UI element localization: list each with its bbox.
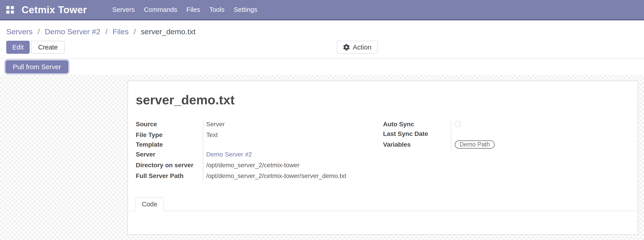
- field-label: Auto Sync: [383, 119, 451, 130]
- form-view-background: server_demo.txt Source Server File Type …: [0, 75, 644, 240]
- notebook-tabbar: Code: [128, 197, 638, 211]
- pull-from-server-button[interactable]: Pull from Server: [6, 60, 68, 73]
- menu-item-commands[interactable]: Commands: [144, 6, 177, 13]
- breadcrumb-link-files[interactable]: Files: [112, 27, 128, 36]
- field-group-left: Source Server File Type Text Template Se…: [136, 119, 383, 181]
- apps-grid-square: [11, 10, 14, 14]
- field-label: Directory on server: [136, 160, 203, 171]
- breadcrumb-link-servers[interactable]: Servers: [6, 27, 32, 36]
- field-label: Template: [136, 140, 203, 149]
- field-row-source: Source Server: [136, 119, 383, 130]
- field-row-last-sync-date: Last Sync Date: [383, 130, 629, 138]
- apps-grid-square: [6, 10, 10, 14]
- menu-item-settings[interactable]: Settings: [234, 6, 257, 13]
- tab-content-code: [136, 211, 629, 235]
- main-menu: Servers Commands Files Tools Settings: [112, 6, 257, 13]
- field-label: Last Sync Date: [383, 130, 451, 138]
- create-button[interactable]: Create: [31, 41, 64, 54]
- action-button[interactable]: Action: [337, 41, 378, 54]
- menu-item-tools[interactable]: Tools: [209, 6, 224, 13]
- edit-button[interactable]: Edit: [6, 41, 30, 54]
- server-link[interactable]: Demo Server #2: [206, 151, 252, 158]
- breadcrumb: Servers / Demo Server #2 / Files / serve…: [6, 27, 638, 36]
- field-value: /opt/demo_server_2/cetmix-tower: [203, 160, 383, 171]
- field-label: Server: [136, 149, 203, 160]
- breadcrumb-separator: /: [38, 27, 40, 36]
- field-label: File Type: [136, 130, 203, 140]
- field-groups: Source Server File Type Text Template Se…: [136, 119, 629, 181]
- breadcrumb-separator: /: [134, 27, 136, 36]
- field-value: Demo Server #2: [203, 149, 383, 160]
- field-row-file-type: File Type Text: [136, 130, 383, 140]
- field-value: [203, 140, 383, 149]
- apps-grid-square: [11, 6, 14, 9]
- tab-code[interactable]: Code: [135, 197, 164, 211]
- field-value: Server: [203, 119, 383, 130]
- field-row-template: Template: [136, 140, 383, 149]
- field-row-full-path: Full Server Path /opt/demo_server_2/cetm…: [136, 171, 383, 181]
- statusbar: Pull from Server: [0, 58, 644, 75]
- action-button-label: Action: [353, 43, 371, 51]
- field-label: Source: [136, 119, 203, 130]
- form-sheet: server_demo.txt Source Server File Type …: [128, 81, 638, 235]
- top-navbar: Cetmix Tower Servers Commands Files Tool…: [0, 0, 644, 20]
- page-title: server_demo.txt: [136, 93, 629, 108]
- menu-item-files[interactable]: Files: [186, 6, 200, 13]
- apps-grid-square: [6, 6, 10, 9]
- breadcrumb-separator: /: [106, 27, 108, 36]
- field-value: [451, 130, 629, 138]
- field-value: Demo Path: [451, 138, 629, 151]
- field-value: /opt/demo_server_2/cetmix-tower/server_d…: [203, 171, 383, 181]
- field-value: [451, 119, 629, 130]
- field-row-directory: Directory on server /opt/demo_server_2/c…: [136, 160, 383, 171]
- variable-tag[interactable]: Demo Path: [454, 140, 495, 149]
- apps-menu-icon[interactable]: [6, 6, 14, 14]
- breadcrumb-current: server_demo.txt: [141, 27, 196, 36]
- breadcrumb-link-demo-server[interactable]: Demo Server #2: [45, 27, 100, 36]
- field-row-server: Server Demo Server #2: [136, 149, 383, 160]
- gear-icon: [343, 44, 350, 51]
- field-group-right: Auto Sync Last Sync Date Variables Demo …: [383, 119, 629, 181]
- menu-item-servers[interactable]: Servers: [112, 6, 135, 13]
- field-row-auto-sync: Auto Sync: [383, 119, 629, 130]
- toolbar: Edit Create Action: [6, 41, 638, 54]
- field-label: Variables: [383, 138, 451, 151]
- app-brand[interactable]: Cetmix Tower: [22, 4, 87, 15]
- control-panel: Servers / Demo Server #2 / Files / serve…: [0, 20, 644, 58]
- app-window: Cetmix Tower Servers Commands Files Tool…: [0, 0, 644, 240]
- field-value: Text: [203, 130, 383, 140]
- field-label: Full Server Path: [136, 171, 203, 181]
- field-row-variables: Variables Demo Path: [383, 138, 629, 151]
- auto-sync-checkbox[interactable]: [454, 121, 461, 127]
